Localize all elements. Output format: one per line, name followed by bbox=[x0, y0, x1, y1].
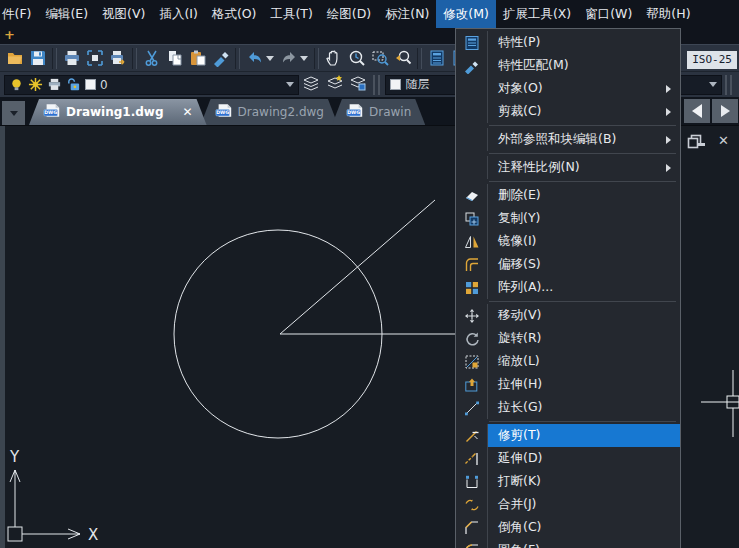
menu-item-erase[interactable]: 删除(E) bbox=[456, 184, 680, 207]
zoom-previous-button[interactable] bbox=[391, 47, 414, 70]
menu-item-clip[interactable]: 剪裁(C) bbox=[456, 100, 680, 123]
menu-item-rotate[interactable]: 旋转(R) bbox=[456, 327, 680, 350]
tab-close-icon[interactable]: ✕ bbox=[182, 105, 192, 119]
zoom-window-button[interactable] bbox=[368, 47, 391, 70]
menu-item-break[interactable]: 打断(K) bbox=[456, 470, 680, 493]
menu-item-copy[interactable]: 复制(Y) bbox=[456, 207, 680, 230]
zoom-realtime-button[interactable] bbox=[345, 47, 368, 70]
document-tab-drawing1[interactable]: DWG Drawing1.dwg✕ bbox=[29, 99, 207, 125]
paste-button[interactable] bbox=[186, 47, 209, 70]
menubar-item-view[interactable]: 视图(V) bbox=[95, 0, 152, 28]
svg-text:Y: Y bbox=[9, 448, 20, 466]
menu-icon-placeholder bbox=[456, 156, 487, 179]
menubar-item-draw[interactable]: 绘图(D) bbox=[320, 0, 378, 28]
menu-item-join[interactable]: 合并(J) bbox=[456, 493, 680, 516]
menu-item-move[interactable]: 移动(V) bbox=[456, 304, 680, 327]
menu-item-stretch[interactable]: 拉伸(H) bbox=[456, 373, 680, 396]
undo-button[interactable] bbox=[243, 47, 266, 70]
array-icon bbox=[456, 276, 487, 299]
menubar-item-tools[interactable]: 工具(T) bbox=[263, 0, 319, 28]
tab-overflow-button[interactable] bbox=[2, 101, 25, 125]
chevron-down-icon[interactable] bbox=[286, 82, 294, 87]
document-tab-drawing3[interactable]: DWG Drawin bbox=[332, 99, 425, 125]
properties-palette-button[interactable] bbox=[425, 47, 448, 70]
layer-properties-manager-button[interactable] bbox=[299, 73, 323, 96]
close-icon[interactable]: ✕ bbox=[718, 134, 729, 147]
menu-item-match-properties[interactable]: 特性匹配(M) bbox=[456, 54, 680, 77]
submenu-arrow-icon bbox=[666, 108, 671, 116]
copyobj-icon bbox=[456, 207, 487, 230]
menu-item-label: 拉伸(H) bbox=[498, 376, 680, 393]
ucs-icon: Y X bbox=[8, 448, 98, 544]
toolbar-separator bbox=[725, 75, 732, 95]
menubar-item-modify[interactable]: 修改(M) bbox=[436, 0, 496, 28]
toolbar-overflow-plus-icon[interactable]: + bbox=[4, 28, 15, 42]
menubar-item-help[interactable]: 帮助(H) bbox=[639, 0, 697, 28]
print-preview-button[interactable] bbox=[83, 47, 106, 70]
document-tab-drawing2[interactable]: DWG Drawing2.dwg bbox=[201, 99, 338, 125]
menu-separator bbox=[489, 125, 676, 126]
menu-item-array[interactable]: 阵列(A)... bbox=[456, 276, 680, 299]
menu-item-chamfer[interactable]: 倒角(C) bbox=[456, 516, 680, 539]
layer-on-icon[interactable] bbox=[9, 77, 24, 92]
menu-item-mirror[interactable]: 镜像(I) bbox=[456, 230, 680, 253]
menu-item-extend[interactable]: 延伸(D) bbox=[456, 447, 680, 470]
line-entity-2[interactable] bbox=[280, 200, 435, 334]
menubar-item-file[interactable]: 件(F) bbox=[0, 0, 38, 28]
layer-unlock-icon[interactable] bbox=[66, 77, 81, 92]
copy-button[interactable] bbox=[163, 47, 186, 70]
current-color-swatch bbox=[390, 79, 401, 90]
layer-freeze-icon[interactable] bbox=[28, 77, 43, 92]
menubar-item-dimension[interactable]: 标注(N) bbox=[378, 0, 436, 28]
menubar-item-edit[interactable]: 编辑(E) bbox=[38, 0, 95, 28]
open-button[interactable] bbox=[3, 47, 26, 70]
layer-current-button[interactable] bbox=[347, 73, 371, 96]
redo-dropdown-caret-icon[interactable] bbox=[300, 56, 308, 61]
menu-item-label: 合并(J) bbox=[498, 496, 680, 513]
menubar-item-format[interactable]: 格式(O) bbox=[205, 0, 264, 28]
undo-dropdown-caret-icon[interactable] bbox=[266, 56, 274, 61]
chevron-down-icon bbox=[10, 111, 18, 116]
menu-item-lengthen[interactable]: 拉长(G) bbox=[456, 396, 680, 419]
menu-item-label: 剪裁(C) bbox=[498, 103, 666, 120]
menu-item-label: 旋转(R) bbox=[498, 330, 680, 347]
toolbar-separator bbox=[417, 48, 422, 69]
save-button[interactable] bbox=[26, 47, 49, 70]
pan-button[interactable] bbox=[322, 47, 345, 70]
mirror-icon bbox=[456, 230, 487, 253]
menu-item-fillet[interactable]: 圆角(F) bbox=[456, 539, 680, 548]
menu-item-trim[interactable]: 修剪(T) bbox=[456, 424, 680, 447]
menu-item-object[interactable]: 对象(O) bbox=[456, 77, 680, 100]
menu-item-scale[interactable]: 缩放(L) bbox=[456, 350, 680, 373]
plot-button[interactable] bbox=[106, 47, 129, 70]
menu-item-properties[interactable]: 特性(P) bbox=[456, 31, 680, 54]
tab-scroll-buttons bbox=[684, 99, 738, 123]
menu-item-annotative-scale[interactable]: 注释性比例(N) bbox=[456, 156, 680, 179]
menu-item-label: 特性(P) bbox=[498, 34, 680, 51]
menu-item-xref-block-edit[interactable]: 外部参照和块编辑(B) bbox=[456, 128, 680, 151]
print-button[interactable] bbox=[60, 47, 83, 70]
menubar-item-insert[interactable]: 插入(I) bbox=[152, 0, 204, 28]
menu-item-label: 延伸(D) bbox=[498, 450, 680, 467]
tab-scroll-right-button[interactable] bbox=[712, 99, 738, 123]
tab-scroll-left-button[interactable] bbox=[684, 99, 710, 123]
menubar-item-window[interactable]: 窗口(W) bbox=[578, 0, 639, 28]
redo-button[interactable] bbox=[277, 47, 300, 70]
menu-item-offset[interactable]: 偏移(S) bbox=[456, 253, 680, 276]
menu-item-label: 拉长(G) bbox=[498, 399, 680, 416]
menu-icon-placeholder bbox=[456, 128, 487, 151]
move-icon bbox=[456, 304, 487, 327]
palette-icon bbox=[428, 49, 446, 67]
menu-item-label: 阵列(A)... bbox=[498, 279, 680, 296]
dimension-style-select[interactable]: ISO-25 bbox=[687, 51, 737, 69]
layer-plot-icon[interactable] bbox=[47, 77, 62, 92]
extend-icon bbox=[456, 447, 487, 470]
match-properties-button[interactable] bbox=[209, 47, 232, 70]
chevron-down-icon[interactable] bbox=[709, 82, 717, 87]
layer-states-button[interactable] bbox=[323, 73, 347, 96]
layer-name: 0 bbox=[100, 78, 108, 92]
restore-icon[interactable] bbox=[687, 134, 703, 149]
cut-button[interactable] bbox=[140, 47, 163, 70]
layer-combo[interactable]: 0 bbox=[4, 75, 299, 95]
menubar-item-express[interactable]: 扩展工具(X) bbox=[496, 0, 578, 28]
